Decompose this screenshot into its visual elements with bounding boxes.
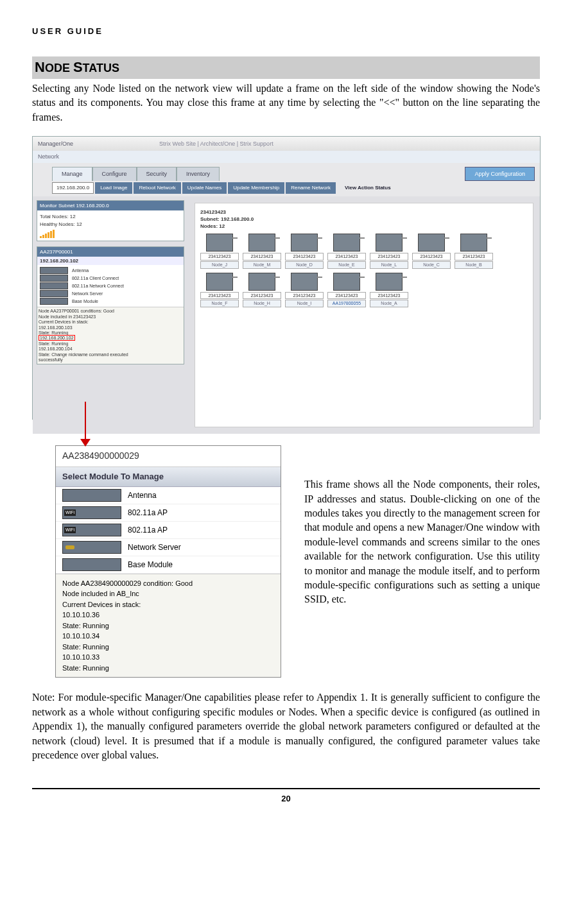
module-row-network-server[interactable]: Network Server xyxy=(40,290,181,297)
monitor-panel: Monitor Subnet 192.168.200.0 Total Nodes… xyxy=(37,200,184,242)
node-nickname: Node_E xyxy=(327,261,366,269)
module-row-client-connect[interactable]: 802.11a Client Connect xyxy=(40,275,181,282)
node-icon[interactable]: 234123423Node_E xyxy=(327,234,366,269)
main-pane: Monitor Subnet 192.168.200.0 Total Nodes… xyxy=(33,196,540,434)
node-nickname: Node_L xyxy=(370,261,408,269)
healthy-nodes: Healthy Nodes: 12 xyxy=(40,221,181,228)
node-icon[interactable]: 234123423Node_L xyxy=(370,234,408,269)
subnet-id: 234123423 xyxy=(200,209,528,216)
module-icon xyxy=(62,541,121,554)
node-icon[interactable]: 234123423Node_M xyxy=(243,234,281,269)
tab-bar: Manage Configure Security Inventory Appl… xyxy=(33,163,540,182)
tab-inventory[interactable]: Inventory xyxy=(177,167,220,182)
app-title: Manager/One xyxy=(38,140,73,148)
module-label: 802.11a Client Connect xyxy=(72,275,119,282)
node-icon[interactable]: 234123423Node_J xyxy=(200,234,239,269)
title-rest-1: ODE xyxy=(45,62,73,74)
module-row-ap1[interactable]: WiFi802.11a AP xyxy=(56,504,281,522)
module-row-network-server[interactable]: Network Server xyxy=(56,539,281,556)
node-icon[interactable]: 234123423Node_B xyxy=(455,234,493,269)
node-nickname: Node_M xyxy=(243,261,281,269)
reboot-network-button[interactable]: Reboot Network xyxy=(134,182,180,193)
node-icon[interactable]: 234123423Node_I xyxy=(285,273,324,308)
node-icon[interactable]: 234123423AA197800055 xyxy=(327,273,366,308)
load-image-button[interactable]: Load Image xyxy=(95,182,132,193)
module-row-ap2[interactable]: WiFi802.11a AP xyxy=(56,522,281,539)
title-letter-s: S xyxy=(73,59,83,75)
status-line: State: Change nickname command executed xyxy=(39,352,182,357)
header-links[interactable]: Strix Web Site | Architect/One | Strix S… xyxy=(159,140,273,148)
view-action-status[interactable]: View Action Status xyxy=(345,184,391,191)
subnet-nodecount: Nodes: 12 xyxy=(200,223,528,230)
node-icon[interactable]: 234123423Node_F xyxy=(200,273,239,308)
node-id: 234123423 xyxy=(327,292,366,300)
left-sidebar: Monitor Subnet 192.168.200.0 Total Nodes… xyxy=(33,196,188,434)
subnet-info: 234123423 Subnet: 192.168.200.0 Nodes: 1… xyxy=(200,209,528,230)
module-row-base-module[interactable]: Base Module xyxy=(40,298,181,305)
update-membership-button[interactable]: Update Membership xyxy=(228,182,284,193)
node-id: 234123423 xyxy=(370,253,408,261)
rename-network-button[interactable]: Rename Network xyxy=(286,182,336,193)
node-id-header: AA2384900000029 xyxy=(56,446,281,467)
status-line: State: Running xyxy=(39,341,182,346)
node-id: 234123423 xyxy=(412,253,451,261)
node-id: 234123423 xyxy=(200,292,239,300)
node-id: 234123423 xyxy=(243,253,281,261)
module-row-antenna[interactable]: Antenna xyxy=(40,267,181,274)
module-row-network-connect[interactable]: 802.11a Network Connect xyxy=(40,282,181,289)
status-line: 192.168.200.104 xyxy=(39,346,182,352)
status-line: successfully xyxy=(39,357,182,363)
network-label: Network xyxy=(33,151,540,163)
node-status-text: Node AA237P00001 conditions: Good Node i… xyxy=(37,307,184,364)
status-line: 10.10.10.36 xyxy=(62,610,274,620)
status-line: State: Running xyxy=(62,642,274,653)
module-label: Network Server xyxy=(72,291,103,297)
toolbar: 192.168.200.0 Load Image Reboot Network … xyxy=(33,181,540,196)
module-icon: WiFi xyxy=(62,506,121,519)
apply-config-button[interactable]: Apply Configuration xyxy=(465,167,535,182)
module-label: Base Module xyxy=(128,560,173,570)
status-line: State: Running xyxy=(62,663,274,674)
tab-security[interactable]: Security xyxy=(137,167,177,182)
note-paragraph: Note: For module-specific Manager/One ca… xyxy=(32,690,540,762)
module-label: 802.11a AP xyxy=(128,508,168,518)
tab-manage[interactable]: Manage xyxy=(52,167,92,182)
node-name: AA237P00001 xyxy=(37,247,184,257)
module-row-base-module[interactable]: Base Module xyxy=(56,556,281,574)
screenshot-node-detail: AA2384900000029 Select Module To Manage … xyxy=(55,445,281,678)
status-line: Current Devices in stack: xyxy=(39,320,182,325)
module-label: Antenna xyxy=(72,268,89,274)
ip-dropdown[interactable]: 192.168.200.0 xyxy=(52,182,94,193)
select-module-header: Select Module To Manage xyxy=(56,467,281,487)
node-nickname: Node_F xyxy=(200,300,239,307)
page-footer: 20 xyxy=(32,788,540,805)
module-row-antenna[interactable]: Antenna xyxy=(56,487,281,504)
subnet-ip: Subnet: 192.168.200.0 xyxy=(200,216,528,223)
module-icon xyxy=(62,558,121,571)
node-nickname: Node_J xyxy=(200,261,239,269)
node-icon[interactable]: 234123423Node_D xyxy=(285,234,324,269)
tab-configure[interactable]: Configure xyxy=(92,167,137,182)
status-line: 192.168.200.103 xyxy=(39,325,182,330)
module-label: 802.11a Network Connect xyxy=(72,283,124,289)
total-nodes: Total Nodes: 12 xyxy=(40,213,181,220)
callout-arrow-line xyxy=(85,402,86,441)
node-nickname: Node_A xyxy=(370,300,408,307)
page-number: 20 xyxy=(281,794,290,803)
status-line: Node included in AB_Inc xyxy=(62,588,274,599)
node-panel: AA237P00001 192.168.200.102 Antenna 802.… xyxy=(37,246,184,364)
node-nickname: Node_I xyxy=(285,300,324,307)
status-line: Node included in 234123423 xyxy=(39,314,182,320)
callout-arrow-head-icon xyxy=(80,439,91,447)
highlighted-ip: 192.168.200.102 xyxy=(39,335,75,341)
module-icon: WiFi xyxy=(62,524,121,536)
intro-paragraph: Selecting any Node listed on the network… xyxy=(32,81,540,124)
status-line: Node AA2384900000029 condition: Good xyxy=(62,578,274,589)
network-view: 234123423 Subnet: 192.168.200.0 Nodes: 1… xyxy=(195,203,533,427)
node-icon[interactable]: 234123423Node_A xyxy=(370,273,408,308)
node-icon[interactable]: 234123423Node_H xyxy=(243,273,281,308)
node-nickname: Node_D xyxy=(285,261,324,269)
update-names-button[interactable]: Update Names xyxy=(182,182,227,193)
node-icon[interactable]: 234123423Node_C xyxy=(412,234,451,269)
node-id: 234123423 xyxy=(327,253,366,261)
